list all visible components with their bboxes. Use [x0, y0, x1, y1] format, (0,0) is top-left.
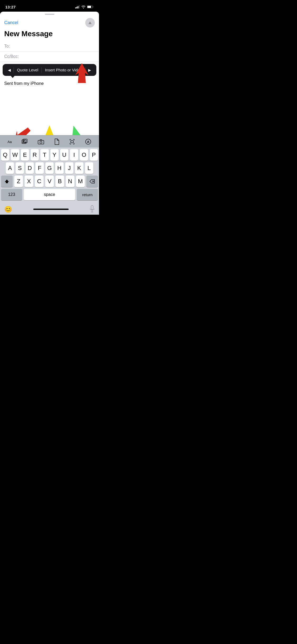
key-v[interactable]: V: [45, 176, 54, 187]
shift-button[interactable]: [1, 176, 13, 187]
key-m[interactable]: M: [76, 176, 85, 187]
to-field-row: To:: [0, 41, 99, 52]
key-row-2: A S D F G H J K L: [1, 162, 98, 174]
markup-icon: A: [85, 139, 91, 145]
svg-rect-21: [91, 205, 93, 210]
drag-handle: [45, 14, 54, 15]
signal-icon: [75, 5, 80, 8]
compose-sheet: Cancel New Message To: Cc/Bcc: ◀ Quote L…: [0, 12, 99, 215]
scan-button[interactable]: [67, 137, 77, 146]
key-l[interactable]: L: [85, 162, 93, 174]
key-a[interactable]: A: [6, 162, 14, 174]
scan-icon: [69, 139, 75, 145]
keyboard-bottom-bar: 😊: [0, 203, 99, 215]
key-j[interactable]: J: [65, 162, 73, 174]
key-row-3: Z X C V B N M: [1, 176, 98, 187]
key-d[interactable]: D: [26, 162, 34, 174]
key-n[interactable]: N: [66, 176, 74, 187]
space-button[interactable]: space: [24, 189, 75, 200]
compose-header: Cancel: [0, 16, 99, 27]
keyboard-rows: Q W E R T Y U I O P A S D F G H J K: [0, 148, 99, 203]
key-e[interactable]: E: [21, 149, 29, 161]
file-button[interactable]: [52, 137, 61, 146]
photo-library-icon: [22, 139, 28, 145]
ccbcc-field-row: Cc/Bcc:: [0, 52, 99, 62]
svg-rect-15: [71, 141, 73, 143]
toolbar-divider-3: [85, 67, 86, 73]
toolbar-divider-2: [41, 67, 42, 73]
toolbar-divider-1: [13, 67, 14, 73]
key-s[interactable]: S: [16, 162, 24, 174]
toolbar-prev-button[interactable]: ◀: [6, 67, 12, 73]
signature-text: Sent from my iPhone: [4, 81, 44, 86]
status-icons: [75, 5, 94, 8]
key-t[interactable]: T: [40, 149, 49, 161]
quote-level-button[interactable]: Quote Level: [15, 67, 40, 73]
send-arrow-icon: [88, 21, 92, 24]
mic-button[interactable]: [89, 205, 95, 214]
key-x[interactable]: X: [25, 176, 33, 187]
key-z[interactable]: Z: [14, 176, 23, 187]
key-i[interactable]: I: [70, 149, 78, 161]
key-row-1: Q W E R T Y U I O P: [1, 149, 98, 161]
keyboard-toolbar: Aa: [0, 135, 99, 148]
svg-point-12: [23, 140, 25, 141]
key-row-4: 123 space return: [1, 189, 98, 200]
key-r[interactable]: R: [31, 149, 39, 161]
aa-label: Aa: [8, 140, 12, 144]
emoji-button[interactable]: 😊: [4, 206, 12, 213]
svg-rect-5: [87, 6, 91, 8]
return-button[interactable]: return: [77, 189, 98, 200]
home-indicator: [33, 209, 69, 210]
camera-button[interactable]: [36, 138, 46, 145]
key-o[interactable]: O: [80, 149, 88, 161]
toolbar-next-button[interactable]: ▶: [87, 67, 93, 73]
send-button[interactable]: [85, 18, 95, 27]
svg-rect-1: [77, 7, 77, 9]
svg-rect-13: [38, 140, 44, 144]
to-label: To:: [4, 44, 19, 49]
ccbcc-label: Cc/Bcc:: [4, 54, 19, 59]
key-b[interactable]: B: [55, 176, 64, 187]
key-h[interactable]: H: [55, 162, 63, 174]
svg-rect-0: [75, 7, 76, 8]
svg-rect-3: [79, 5, 80, 8]
mic-icon: [89, 205, 95, 213]
file-icon: [54, 139, 59, 145]
format-toolbar: ◀ Quote Level Insert Photo or Video ▶: [3, 64, 96, 76]
to-input[interactable]: [19, 44, 95, 49]
key-u[interactable]: U: [60, 149, 68, 161]
ccbcc-input[interactable]: [19, 54, 95, 59]
compose-title: New Message: [0, 27, 99, 41]
numbers-button[interactable]: 123: [1, 189, 22, 200]
camera-icon: [38, 139, 44, 144]
font-size-button[interactable]: Aa: [6, 139, 13, 145]
insert-photo-button[interactable]: Insert Photo or Video: [43, 67, 84, 73]
status-bar: 13:27: [0, 0, 99, 12]
markup-button[interactable]: A: [83, 137, 93, 146]
key-c[interactable]: C: [35, 176, 44, 187]
key-w[interactable]: W: [11, 149, 19, 161]
svg-marker-18: [5, 180, 9, 183]
svg-point-14: [40, 141, 42, 143]
cancel-button[interactable]: Cancel: [4, 20, 18, 25]
svg-text:A: A: [87, 140, 90, 144]
key-p[interactable]: P: [90, 149, 98, 161]
keyboard-area: Aa: [0, 135, 99, 215]
backspace-button[interactable]: [86, 176, 98, 187]
key-q[interactable]: Q: [1, 149, 9, 161]
key-f[interactable]: F: [35, 162, 44, 174]
key-g[interactable]: G: [45, 162, 54, 174]
key-y[interactable]: Y: [50, 149, 59, 161]
svg-rect-2: [78, 6, 78, 8]
wifi-icon: [81, 5, 86, 8]
key-k[interactable]: K: [75, 162, 83, 174]
photo-library-button[interactable]: [20, 138, 30, 146]
battery-icon: [87, 5, 94, 8]
status-time: 13:27: [5, 5, 16, 9]
